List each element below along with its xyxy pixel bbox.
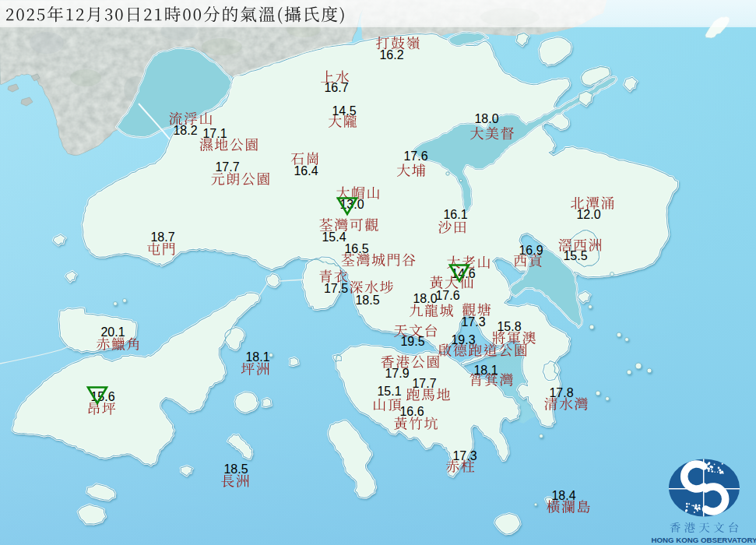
svg-text:17.9: 17.9 [385, 367, 409, 380]
svg-text:16.7: 16.7 [324, 81, 348, 94]
svg-text:18.2: 18.2 [173, 124, 197, 137]
svg-text:15.1: 15.1 [377, 385, 401, 398]
svg-text:12.0: 12.0 [576, 208, 600, 221]
svg-text:14.5: 14.5 [332, 104, 356, 118]
svg-text:18.5: 18.5 [223, 462, 248, 476]
svg-text:17.3: 17.3 [461, 315, 485, 329]
svg-text:18.7: 18.7 [150, 230, 174, 244]
svg-text:18.1: 18.1 [473, 364, 498, 377]
svg-text:15.8: 15.8 [497, 320, 521, 333]
svg-text:16.6: 16.6 [399, 405, 424, 418]
svg-text:18.0: 18.0 [413, 292, 437, 305]
svg-text:18.1: 18.1 [245, 350, 269, 364]
svg-text:20.1: 20.1 [100, 325, 125, 339]
svg-text:17.8: 17.8 [549, 386, 573, 399]
svg-text:15.5: 15.5 [563, 249, 587, 262]
svg-text:17.1: 17.1 [202, 127, 227, 140]
svg-text:19.3: 19.3 [451, 333, 475, 346]
svg-text:16.4: 16.4 [294, 164, 318, 178]
svg-text:15.4: 15.4 [322, 230, 346, 244]
svg-text:16.1: 16.1 [443, 208, 467, 221]
svg-text:16.2: 16.2 [379, 48, 403, 62]
svg-text:17.6: 17.6 [435, 289, 459, 302]
svg-text:17.7: 17.7 [412, 377, 436, 390]
svg-text:18.5: 18.5 [355, 294, 379, 307]
svg-text:18.4: 18.4 [551, 489, 575, 502]
svg-text:16.9: 16.9 [519, 244, 543, 257]
svg-text:16.5: 16.5 [344, 242, 368, 255]
svg-text:19.5: 19.5 [400, 335, 424, 348]
svg-text:17.6: 17.6 [403, 149, 427, 163]
svg-text:HONG KONG OBSERVATORY: HONG KONG OBSERVATORY [651, 536, 756, 544]
svg-text:18.0: 18.0 [474, 112, 498, 125]
svg-text:17.7: 17.7 [215, 160, 239, 174]
svg-text:17.3: 17.3 [452, 449, 476, 462]
svg-text:17.5: 17.5 [324, 282, 348, 295]
